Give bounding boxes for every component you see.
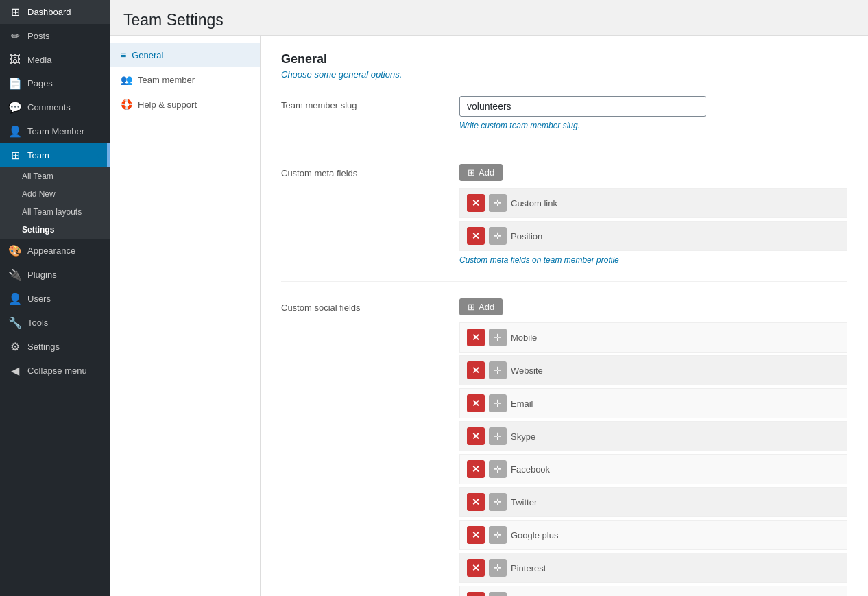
sidebar-item-tools[interactable]: 🔧 Tools (0, 311, 110, 335)
sidebar-item-label: Comments (27, 102, 71, 112)
sidebar-item-comments[interactable]: 💬 Comments (0, 95, 110, 119)
page-header: Team Settings (110, 0, 868, 36)
slug-row: Team member slug Write custom team membe… (281, 96, 847, 147)
meta-fields-row: Custom meta fields ⊞ Add ✕ ✛ Custom link… (281, 164, 847, 282)
sidebar-item-settings[interactable]: ⚙ Settings (0, 335, 110, 359)
sidebar-item-dashboard[interactable]: ⊞ Dashboard (0, 0, 110, 24)
meta-fields-control: ⊞ Add ✕ ✛ Custom link ✕ ✛ Position Custo… (459, 164, 847, 265)
custom-link-name: Custom link (511, 198, 557, 208)
sidebar-item-appearance[interactable]: 🎨 Appearance (0, 239, 110, 263)
appearance-icon: 🎨 (8, 244, 22, 257)
submenu-all-team[interactable]: All Team (0, 167, 110, 185)
left-nav-team-member[interactable]: 👥 Team member (110, 67, 260, 92)
team-icon: ⊞ (8, 149, 22, 162)
drag-linkedin-button[interactable]: ✛ (489, 592, 507, 596)
delete-custom-link-button[interactable]: ✕ (467, 194, 485, 212)
drag-facebook-button[interactable]: ✛ (489, 460, 507, 478)
drag-custom-link-button[interactable]: ✛ (489, 194, 507, 212)
delete-pinterest-button[interactable]: ✕ (467, 559, 485, 577)
settings-icon: ⚙ (8, 340, 22, 353)
sidebar-item-team[interactable]: ⊞ Team ◀ (0, 143, 110, 167)
sidebar-item-label: Collapse menu (27, 366, 87, 376)
left-nav-general-label: General (132, 50, 163, 60)
sidebar-item-team-member[interactable]: 👤 Team Member (0, 119, 110, 143)
sidebar-item-label: Media (27, 55, 51, 65)
submenu-all-team-layouts[interactable]: All Team layouts (0, 203, 110, 221)
delete-website-button[interactable]: ✕ (467, 361, 485, 379)
sidebar-item-collapse[interactable]: ◀ Collapse menu (0, 359, 110, 383)
left-nav-help-support[interactable]: 🛟 Help & support (110, 92, 260, 117)
sidebar-item-posts[interactable]: ✏ Posts (0, 24, 110, 48)
sidebar-item-label: Posts (27, 31, 50, 41)
posts-icon: ✏ (8, 29, 22, 43)
website-name: Website (511, 366, 543, 376)
team-submenu: All Team Add New All Team layouts Settin… (0, 167, 110, 239)
sidebar-item-label: Team (27, 150, 49, 160)
section-title: General (281, 52, 847, 67)
social-field-website: ✕ ✛ Website (459, 355, 847, 385)
delete-mobile-button[interactable]: ✕ (467, 329, 485, 346)
left-nav-general[interactable]: ≡ General (110, 43, 260, 67)
social-fields-control: ⊞ Add ✕ ✛ Mobile ✕ ✛ Website ✕ ✛ Email ✕… (459, 298, 847, 596)
sidebar-item-plugins[interactable]: 🔌 Plugins (0, 263, 110, 287)
general-nav-icon: ≡ (121, 49, 126, 60)
submenu-settings[interactable]: Settings (0, 221, 110, 239)
social-field-email: ✕ ✛ Email (459, 388, 847, 418)
sidebar-item-media[interactable]: 🖼 Media (0, 48, 110, 71)
slug-input[interactable] (459, 96, 706, 117)
meta-field-position: ✕ ✛ Position (459, 221, 847, 251)
social-field-mobile: ✕ ✛ Mobile (459, 322, 847, 353)
mobile-name: Mobile (511, 333, 537, 343)
submenu-add-new[interactable]: Add New (0, 185, 110, 203)
content-area: ≡ General 👥 Team member 🛟 Help & support… (110, 36, 868, 596)
left-nav-team-member-label: Team member (138, 75, 195, 85)
sidebar-item-label: Dashboard (27, 7, 71, 17)
collapse-icon: ◀ (8, 364, 22, 377)
sidebar-item-pages[interactable]: 📄 Pages (0, 71, 110, 95)
slug-hint: Write custom team member slug. (459, 121, 847, 130)
delete-linkedin-button[interactable]: ✕ (467, 592, 485, 596)
team-member-icon: 👤 (8, 125, 22, 138)
add-social-field-button[interactable]: ⊞ Add (459, 298, 503, 315)
help-nav-icon: 🛟 (121, 99, 132, 110)
delete-twitter-button[interactable]: ✕ (467, 493, 485, 511)
drag-email-button[interactable]: ✛ (489, 394, 507, 412)
sidebar-item-label: Users (27, 294, 51, 304)
add-meta-plus-icon: ⊞ (468, 167, 475, 178)
add-social-plus-icon: ⊞ (468, 302, 475, 312)
drag-twitter-button[interactable]: ✛ (489, 493, 507, 511)
delete-email-button[interactable]: ✕ (467, 394, 485, 412)
delete-google-plus-button[interactable]: ✕ (467, 526, 485, 544)
social-fields-list: ✕ ✛ Mobile ✕ ✛ Website ✕ ✛ Email ✕ ✛ Sky… (459, 322, 847, 596)
drag-skype-button[interactable]: ✛ (489, 427, 507, 445)
social-field-skype: ✕ ✛ Skype (459, 421, 847, 451)
users-icon: 👤 (8, 292, 22, 305)
email-name: Email (511, 398, 533, 409)
drag-website-button[interactable]: ✛ (489, 361, 507, 379)
left-nav-help-label: Help & support (138, 99, 197, 110)
settings-panel: General Choose some general options. Tea… (261, 36, 868, 596)
google-plus-name: Google plus (511, 530, 558, 540)
slug-label: Team member slug (281, 96, 459, 110)
social-field-google-plus: ✕ ✛ Google plus (459, 520, 847, 550)
skype-name: Skype (511, 431, 535, 442)
comments-icon: 💬 (8, 101, 22, 114)
delete-skype-button[interactable]: ✕ (467, 427, 485, 445)
delete-facebook-button[interactable]: ✕ (467, 460, 485, 478)
dashboard-icon: ⊞ (8, 5, 22, 19)
sidebar-item-users[interactable]: 👤 Users (0, 287, 110, 311)
sidebar-item-label: Settings (27, 342, 60, 352)
social-field-linkedin: ✕ ✛ LinkedIn (459, 586, 847, 596)
delete-position-button[interactable]: ✕ (467, 227, 485, 245)
meta-fields-label: Custom meta fields (281, 164, 459, 178)
drag-google-plus-button[interactable]: ✛ (489, 526, 507, 544)
meta-field-custom-link: ✕ ✛ Custom link (459, 188, 847, 218)
drag-mobile-button[interactable]: ✛ (489, 329, 507, 346)
social-field-pinterest: ✕ ✛ Pinterest (459, 553, 847, 583)
main-area: Team Settings ≡ General 👥 Team member 🛟 … (110, 0, 868, 596)
sidebar-item-label: Tools (27, 318, 48, 328)
drag-position-button[interactable]: ✛ (489, 227, 507, 245)
tools-icon: 🔧 (8, 316, 22, 329)
add-meta-field-button[interactable]: ⊞ Add (459, 164, 503, 181)
drag-pinterest-button[interactable]: ✛ (489, 559, 507, 577)
